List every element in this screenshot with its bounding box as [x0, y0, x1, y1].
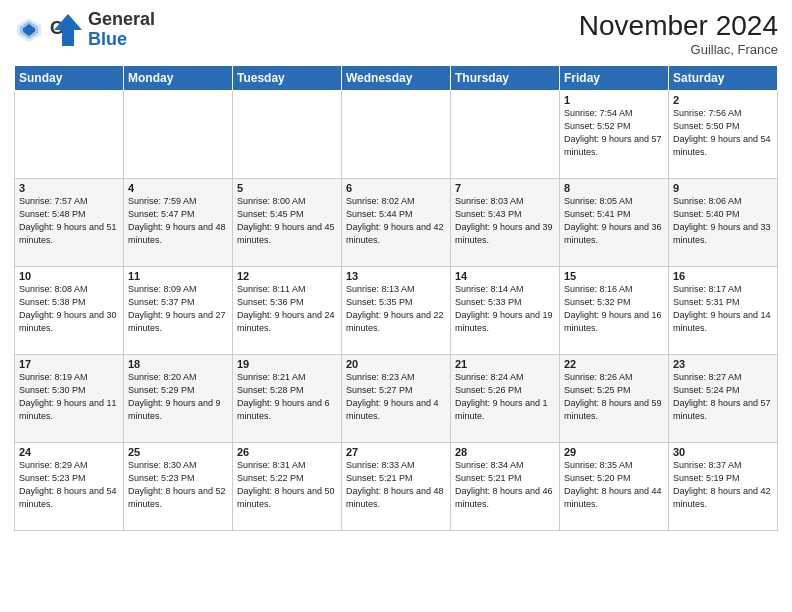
table-row: 28Sunrise: 8:34 AMSunset: 5:21 PMDayligh…	[451, 443, 560, 531]
day-number: 8	[564, 182, 664, 194]
day-number: 22	[564, 358, 664, 370]
day-info: Sunrise: 8:14 AMSunset: 5:33 PMDaylight:…	[455, 283, 555, 335]
day-number: 15	[564, 270, 664, 282]
day-number: 3	[19, 182, 119, 194]
logo-icon	[14, 15, 44, 45]
table-row: 12Sunrise: 8:11 AMSunset: 5:36 PMDayligh…	[233, 267, 342, 355]
table-row: 21Sunrise: 8:24 AMSunset: 5:26 PMDayligh…	[451, 355, 560, 443]
logo-blue: Blue	[88, 29, 127, 49]
logo-text-block: General Blue	[88, 10, 155, 50]
table-row: 8Sunrise: 8:05 AMSunset: 5:41 PMDaylight…	[560, 179, 669, 267]
table-row: 7Sunrise: 8:03 AMSunset: 5:43 PMDaylight…	[451, 179, 560, 267]
table-row	[451, 91, 560, 179]
day-number: 6	[346, 182, 446, 194]
table-row: 30Sunrise: 8:37 AMSunset: 5:19 PMDayligh…	[669, 443, 778, 531]
table-row: 27Sunrise: 8:33 AMSunset: 5:21 PMDayligh…	[342, 443, 451, 531]
day-info: Sunrise: 8:23 AMSunset: 5:27 PMDaylight:…	[346, 371, 446, 423]
table-row: 18Sunrise: 8:20 AMSunset: 5:29 PMDayligh…	[124, 355, 233, 443]
day-info: Sunrise: 8:26 AMSunset: 5:25 PMDaylight:…	[564, 371, 664, 423]
table-row: 1Sunrise: 7:54 AMSunset: 5:52 PMDaylight…	[560, 91, 669, 179]
month-title: November 2024	[579, 10, 778, 42]
col-thursday: Thursday	[451, 66, 560, 91]
day-number: 17	[19, 358, 119, 370]
table-row: 15Sunrise: 8:16 AMSunset: 5:32 PMDayligh…	[560, 267, 669, 355]
table-row: 23Sunrise: 8:27 AMSunset: 5:24 PMDayligh…	[669, 355, 778, 443]
day-info: Sunrise: 8:30 AMSunset: 5:23 PMDaylight:…	[128, 459, 228, 511]
title-block: November 2024 Guillac, France	[579, 10, 778, 57]
calendar: Sunday Monday Tuesday Wednesday Thursday…	[14, 65, 778, 531]
table-row	[342, 91, 451, 179]
table-row: 9Sunrise: 8:06 AMSunset: 5:40 PMDaylight…	[669, 179, 778, 267]
day-info: Sunrise: 8:13 AMSunset: 5:35 PMDaylight:…	[346, 283, 446, 335]
table-row: 3Sunrise: 7:57 AMSunset: 5:48 PMDaylight…	[15, 179, 124, 267]
day-number: 20	[346, 358, 446, 370]
calendar-body: 1Sunrise: 7:54 AMSunset: 5:52 PMDaylight…	[15, 91, 778, 531]
logo-text: General Blue	[88, 10, 155, 50]
day-number: 28	[455, 446, 555, 458]
week-row-5: 24Sunrise: 8:29 AMSunset: 5:23 PMDayligh…	[15, 443, 778, 531]
table-row: 24Sunrise: 8:29 AMSunset: 5:23 PMDayligh…	[15, 443, 124, 531]
table-row: 22Sunrise: 8:26 AMSunset: 5:25 PMDayligh…	[560, 355, 669, 443]
day-number: 13	[346, 270, 446, 282]
logo: G General Blue	[14, 10, 155, 50]
day-info: Sunrise: 7:57 AMSunset: 5:48 PMDaylight:…	[19, 195, 119, 247]
day-info: Sunrise: 8:06 AMSunset: 5:40 PMDaylight:…	[673, 195, 773, 247]
day-info: Sunrise: 8:33 AMSunset: 5:21 PMDaylight:…	[346, 459, 446, 511]
table-row: 10Sunrise: 8:08 AMSunset: 5:38 PMDayligh…	[15, 267, 124, 355]
day-info: Sunrise: 8:09 AMSunset: 5:37 PMDaylight:…	[128, 283, 228, 335]
table-row: 29Sunrise: 8:35 AMSunset: 5:20 PMDayligh…	[560, 443, 669, 531]
day-number: 2	[673, 94, 773, 106]
day-number: 12	[237, 270, 337, 282]
table-row: 5Sunrise: 8:00 AMSunset: 5:45 PMDaylight…	[233, 179, 342, 267]
day-info: Sunrise: 8:37 AMSunset: 5:19 PMDaylight:…	[673, 459, 773, 511]
table-row: 25Sunrise: 8:30 AMSunset: 5:23 PMDayligh…	[124, 443, 233, 531]
table-row: 19Sunrise: 8:21 AMSunset: 5:28 PMDayligh…	[233, 355, 342, 443]
day-info: Sunrise: 7:54 AMSunset: 5:52 PMDaylight:…	[564, 107, 664, 159]
day-number: 26	[237, 446, 337, 458]
week-row-4: 17Sunrise: 8:19 AMSunset: 5:30 PMDayligh…	[15, 355, 778, 443]
logo-graphic: G	[48, 12, 84, 48]
col-sunday: Sunday	[15, 66, 124, 91]
day-info: Sunrise: 7:56 AMSunset: 5:50 PMDaylight:…	[673, 107, 773, 159]
day-number: 21	[455, 358, 555, 370]
day-number: 5	[237, 182, 337, 194]
day-number: 10	[19, 270, 119, 282]
day-info: Sunrise: 8:29 AMSunset: 5:23 PMDaylight:…	[19, 459, 119, 511]
day-info: Sunrise: 8:00 AMSunset: 5:45 PMDaylight:…	[237, 195, 337, 247]
page: G General Blue November 2024 Guillac, Fr…	[0, 0, 792, 612]
day-info: Sunrise: 8:34 AMSunset: 5:21 PMDaylight:…	[455, 459, 555, 511]
location: Guillac, France	[579, 42, 778, 57]
col-tuesday: Tuesday	[233, 66, 342, 91]
col-wednesday: Wednesday	[342, 66, 451, 91]
table-row	[124, 91, 233, 179]
day-number: 23	[673, 358, 773, 370]
day-info: Sunrise: 8:35 AMSunset: 5:20 PMDaylight:…	[564, 459, 664, 511]
day-number: 4	[128, 182, 228, 194]
table-row	[15, 91, 124, 179]
day-number: 19	[237, 358, 337, 370]
day-number: 7	[455, 182, 555, 194]
week-row-1: 1Sunrise: 7:54 AMSunset: 5:52 PMDaylight…	[15, 91, 778, 179]
week-row-3: 10Sunrise: 8:08 AMSunset: 5:38 PMDayligh…	[15, 267, 778, 355]
col-friday: Friday	[560, 66, 669, 91]
day-number: 27	[346, 446, 446, 458]
header: G General Blue November 2024 Guillac, Fr…	[14, 10, 778, 57]
day-number: 14	[455, 270, 555, 282]
table-row: 16Sunrise: 8:17 AMSunset: 5:31 PMDayligh…	[669, 267, 778, 355]
col-monday: Monday	[124, 66, 233, 91]
day-info: Sunrise: 8:11 AMSunset: 5:36 PMDaylight:…	[237, 283, 337, 335]
day-info: Sunrise: 8:31 AMSunset: 5:22 PMDaylight:…	[237, 459, 337, 511]
logo-general: General	[88, 9, 155, 29]
table-row: 14Sunrise: 8:14 AMSunset: 5:33 PMDayligh…	[451, 267, 560, 355]
day-number: 11	[128, 270, 228, 282]
weekday-row: Sunday Monday Tuesday Wednesday Thursday…	[15, 66, 778, 91]
day-info: Sunrise: 8:08 AMSunset: 5:38 PMDaylight:…	[19, 283, 119, 335]
day-info: Sunrise: 8:02 AMSunset: 5:44 PMDaylight:…	[346, 195, 446, 247]
table-row: 11Sunrise: 8:09 AMSunset: 5:37 PMDayligh…	[124, 267, 233, 355]
day-number: 16	[673, 270, 773, 282]
day-number: 24	[19, 446, 119, 458]
day-info: Sunrise: 7:59 AMSunset: 5:47 PMDaylight:…	[128, 195, 228, 247]
day-info: Sunrise: 8:05 AMSunset: 5:41 PMDaylight:…	[564, 195, 664, 247]
day-number: 29	[564, 446, 664, 458]
col-saturday: Saturday	[669, 66, 778, 91]
